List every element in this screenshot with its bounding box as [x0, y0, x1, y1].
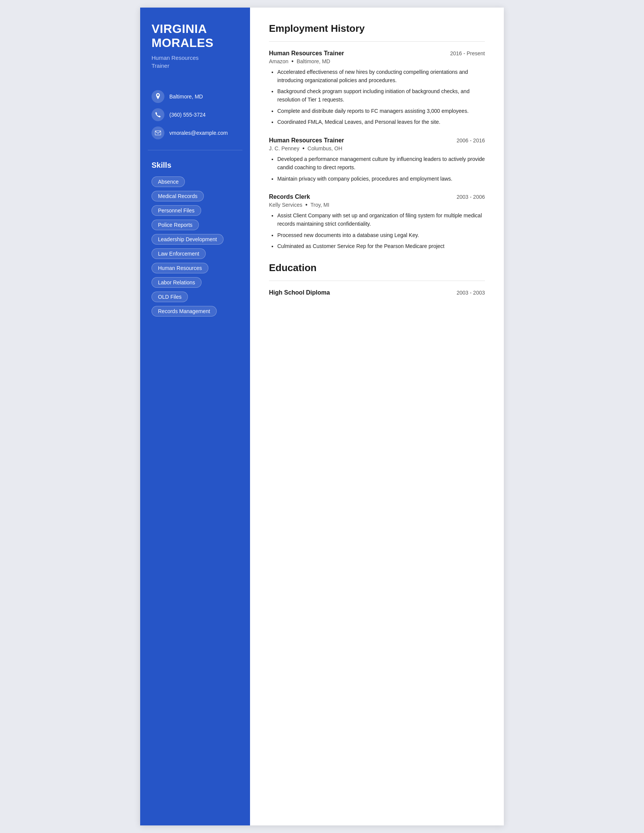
contact-email: vmorales@example.com — [151, 127, 239, 139]
job-3: Records Clerk 2003 - 2006 Kelly Services… — [269, 193, 485, 251]
job-1-header: Human Resources Trainer 2016 - Present — [269, 50, 485, 57]
job-1-company: Amazon • Baltimore, MD — [269, 58, 485, 64]
skill-law-enforcement: Law Enforcement — [151, 248, 206, 259]
job-3-bullets: Assist Client Company with set up and or… — [269, 212, 485, 251]
job-2-bullet-1: Developed a performance management cultu… — [277, 155, 485, 172]
employment-section-title: Employment History — [269, 23, 485, 34]
skill-medical-records: Medical Records — [151, 191, 204, 201]
job-2-dates: 2006 - 2016 — [456, 137, 485, 143]
skills-heading: Skills — [151, 161, 239, 170]
skill-labor-relations: Labor Relations — [151, 277, 201, 288]
skill-police-reports: Police Reports — [151, 220, 199, 230]
job-1-dates: 2016 - Present — [450, 50, 485, 56]
job-2-bullet-2: Maintain privacy with company policies, … — [277, 175, 485, 183]
candidate-title: Human ResourcesTrainer — [151, 54, 239, 70]
job-3-title: Records Clerk — [269, 193, 310, 200]
edu-1-dates: 2003 - 2003 — [456, 289, 485, 296]
job-1: Human Resources Trainer 2016 - Present A… — [269, 50, 485, 127]
skill-human-resources: Human Resources — [151, 263, 208, 273]
phone-text: (360) 555-3724 — [169, 112, 206, 118]
job-3-bullet-1: Assist Client Company with set up and or… — [277, 212, 485, 228]
job-1-bullet-4: Coordinated FMLA, Medical Leaves, and Pe… — [277, 118, 485, 127]
job-1-bullets: Accelerated effectiveness of new hires b… — [269, 68, 485, 127]
job-1-bullet-3: Complete and distribute daily reports to… — [277, 107, 485, 116]
job-3-company: Kelly Services • Troy, MI — [269, 202, 485, 208]
job-2-header: Human Resources Trainer 2006 - 2016 — [269, 137, 485, 144]
candidate-name: VIRGINIA MORALES — [151, 22, 239, 50]
email-icon — [151, 127, 164, 139]
email-text: vmorales@example.com — [169, 130, 228, 136]
job-2: Human Resources Trainer 2006 - 2016 J. C… — [269, 137, 485, 183]
job-3-dates: 2003 - 2006 — [456, 194, 485, 200]
skill-personnel-files: Personnel Files — [151, 205, 201, 216]
resume-container: VIRGINIA MORALES Human ResourcesTrainer … — [140, 8, 504, 825]
job-2-bullets: Developed a performance management cultu… — [269, 155, 485, 183]
education-section-title: Education — [269, 262, 485, 274]
sidebar: VIRGINIA MORALES Human ResourcesTrainer … — [140, 8, 250, 825]
sidebar-header: VIRGINIA MORALES Human ResourcesTrainer — [140, 8, 250, 82]
edu-1-header: High School Diploma 2003 - 2003 — [269, 289, 485, 296]
location-icon — [151, 90, 164, 103]
skill-old-files: OLD Files — [151, 291, 188, 302]
job-3-bullet-2: Processed new documents into a database … — [277, 232, 485, 240]
education-divider — [269, 281, 485, 281]
skills-section: Skills Absence Medical Records Personnel… — [140, 150, 250, 327]
job-1-bullet-2: Background check program support includi… — [277, 87, 485, 104]
job-3-header: Records Clerk 2003 - 2006 — [269, 193, 485, 200]
job-2-title: Human Resources Trainer — [269, 137, 344, 144]
skills-list: Absence Medical Records Personnel Files … — [151, 177, 239, 317]
skill-absence: Absence — [151, 177, 185, 187]
skill-records-management: Records Management — [151, 306, 217, 317]
job-1-title: Human Resources Trainer — [269, 50, 344, 57]
location-text: Baltimore, MD — [169, 93, 203, 100]
edu-1-degree: High School Diploma — [269, 289, 330, 296]
phone-icon — [151, 108, 164, 121]
job-2-company: J. C. Penney • Columbus, OH — [269, 145, 485, 151]
education-section: Education High School Diploma 2003 - 200… — [269, 262, 485, 296]
job-3-bullet-3: Culminated as Customer Service Rep for t… — [277, 242, 485, 251]
job-1-bullet-1: Accelerated effectiveness of new hires b… — [277, 68, 485, 84]
contact-section: Baltimore, MD (360) 555-3724 vmorales@ex… — [140, 82, 250, 150]
main-content: Employment History Human Resources Train… — [250, 8, 504, 825]
skill-leadership-development: Leadership Development — [151, 234, 224, 244]
contact-location: Baltimore, MD — [151, 90, 239, 103]
employment-divider — [269, 41, 485, 42]
contact-phone: (360) 555-3724 — [151, 108, 239, 121]
